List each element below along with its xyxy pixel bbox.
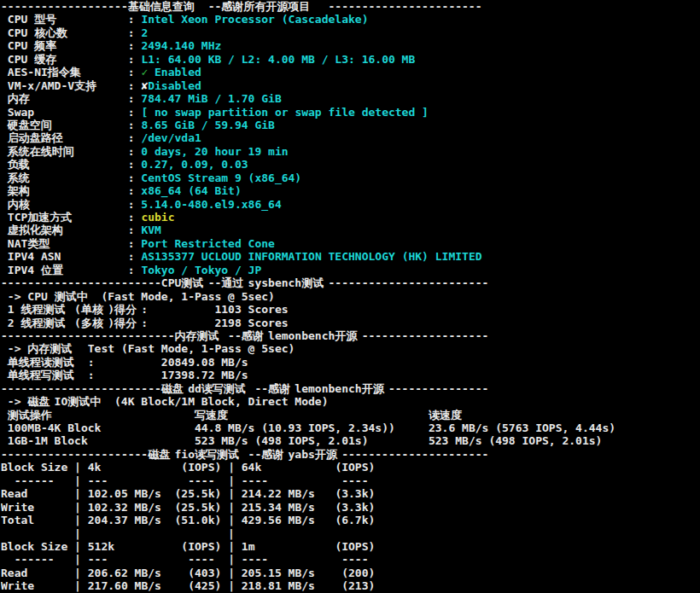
pad: [34, 184, 128, 197]
text-segment: 17398.72 MB/s: [161, 369, 248, 381]
cjk-text: 测试操作: [8, 409, 61, 421]
pad: [221, 501, 228, 514]
fio-write-2: Write | 217.60 MB/s (425) | 218.81 MB/s …: [1, 579, 700, 592]
text-segment: |: [228, 553, 235, 566]
text-segment: ----------------------: [1, 448, 148, 461]
text-segment: 100MB-4K Block: [8, 421, 102, 434]
pad: [1, 264, 8, 276]
text-segment: ------------------------: [329, 276, 489, 289]
pad: [161, 567, 188, 579]
pad: [88, 145, 128, 158]
pad: [235, 474, 242, 487]
pad: [1, 106, 8, 119]
pad: [1, 119, 8, 131]
section-title: 测试: [301, 276, 328, 289]
text-segment: -----------------------: [329, 0, 482, 13]
text-segment: |: [74, 461, 81, 474]
load: 负载 : 0.27, 0.09, 0.03: [1, 158, 700, 171]
text-segment: |: [74, 514, 81, 526]
cjk-text: 内核: [8, 198, 34, 211]
pad: [27, 487, 74, 500]
text-segment: 217.60 MB/s: [88, 579, 161, 592]
section-title: --: [254, 382, 268, 395]
text-segment: ): [108, 317, 114, 329]
text-segment: IPV4 ASN: [8, 250, 61, 263]
text-segment: 23.6 MB/s (5763 IOPS, 4.44s): [429, 421, 615, 434]
cjk-text: 类型: [27, 237, 54, 250]
pad: [1, 342, 8, 355]
pad: [315, 567, 341, 579]
pad: [315, 579, 341, 592]
text-segment: (3.3k): [335, 487, 375, 500]
text-segment: :: [128, 26, 142, 39]
section-basic-info: -------------------基础信息查询--感谢所有开源项目-----…: [1, 0, 700, 276]
text-segment: |: [74, 501, 81, 514]
text-segment: :: [128, 158, 142, 171]
text-segment: ----: [188, 553, 214, 566]
text-segment: Block Size: [1, 461, 67, 474]
fio-write-1: Write | 102.32 MB/s (25.5k) | 215.34 MB/…: [1, 501, 700, 514]
text-segment: (6.7k): [335, 514, 375, 526]
pad: [1, 395, 8, 408]
pad: [235, 501, 242, 514]
text-segment: IPV4: [8, 264, 41, 276]
text-segment: Total: [1, 514, 34, 526]
pad: [74, 131, 128, 144]
pad: [214, 553, 228, 566]
pad: [61, 13, 127, 26]
text-segment: :: [128, 250, 142, 263]
text-segment: ------: [15, 553, 55, 566]
pad: [81, 579, 88, 592]
pad: [61, 409, 195, 421]
text-segment: |: [74, 540, 81, 553]
text-segment: ----: [341, 553, 368, 566]
text-segment: -> CPU: [8, 290, 55, 303]
pad: [1, 409, 8, 421]
text-segment: |: [74, 553, 81, 566]
section-title: dd: [188, 382, 201, 395]
section-title: yabs: [289, 448, 315, 461]
pad: [1, 474, 15, 487]
text-segment: (200): [341, 567, 375, 579]
arch: 架构 : x86_64 (64 Bit): [1, 184, 700, 197]
text-segment: Disabled: [148, 79, 201, 92]
cjk-text: 得分: [114, 317, 141, 329]
pad: [235, 579, 242, 592]
text-segment: Port Restricted Cone: [141, 237, 275, 250]
cjk-text: 读速度: [429, 409, 469, 421]
text-segment: 1103 Scores: [214, 303, 288, 316]
text-segment: (51.0k): [175, 514, 222, 526]
text-segment: Read: [1, 487, 27, 500]
divider-memory-test: --------------------------内存测试--感谢lemonb…: [1, 329, 700, 342]
pad: [1, 26, 8, 39]
fio-total-1: Total | 204.37 MB/s (51.0k) | 429.56 MB/…: [1, 514, 700, 526]
fio-read-2: Read | 206.62 MB/s (403) | 205.15 MB/s (…: [1, 567, 700, 579]
section-title: --: [208, 0, 222, 13]
cjk-text: 硬盘空间: [8, 119, 61, 131]
section-title: 磁盘: [161, 382, 188, 395]
pad: [67, 461, 74, 474]
text-segment: :: [128, 224, 142, 236]
os: 系统 : CentOS Stream 9 (x86_64): [1, 172, 700, 184]
section-title: lemonbench: [268, 329, 335, 342]
text-segment: 5.14.0-480.el9.x86_64: [141, 198, 281, 211]
cpu-test-mode: -> CPU 测试中 (Fast Mode, 1-Pass @ 5sec): [1, 290, 700, 303]
pad: [148, 303, 214, 316]
virtualization: 虚拟化架构 : KVM: [1, 224, 700, 236]
pad: [161, 487, 175, 500]
boot-path: 启动盘路径 : /dev/vda1: [1, 131, 700, 144]
dd-table-header: 测试操作 写速度 读速度: [1, 409, 700, 421]
pad: [161, 579, 188, 592]
cjk-text: 位置: [41, 264, 67, 276]
pad: [101, 79, 127, 92]
pad: [161, 514, 175, 526]
text-segment: :: [128, 131, 142, 144]
fio-gap: | |: [1, 527, 700, 540]
text-segment: :: [128, 66, 142, 78]
pad: [1, 224, 8, 236]
text-segment: KVM: [141, 224, 160, 236]
pad: [1, 527, 74, 540]
pad: [235, 487, 242, 500]
text-segment: 44.8 MB/s (10.93 IOPS, 2.34s)): [195, 421, 395, 434]
memory-read: 单线程读测试: 20849.08 MB/s: [1, 356, 700, 369]
